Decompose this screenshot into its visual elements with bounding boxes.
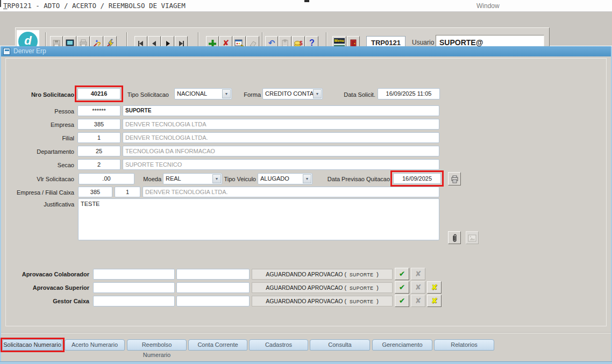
- tab-conta-corrente[interactable]: Conta Corrente: [188, 339, 247, 351]
- window-frame: [0, 361, 612, 364]
- window-frame: [0, 46, 1, 364]
- tipo-solicitacao-label: Tipo Solicitacao: [127, 89, 169, 100]
- tipo-veiculo-value: ALUGADO: [260, 174, 289, 184]
- approve-colaborador-button[interactable]: ✔: [395, 268, 409, 280]
- empresa-filial-caixa-label: Empresa / Filial Caixa: [17, 187, 74, 198]
- gestor-caixa-user-field[interactable]: [93, 296, 175, 306]
- annotation-tab-solicitacao: [1, 338, 65, 352]
- forma-label: Forma: [244, 89, 261, 100]
- tab-consulta[interactable]: Consulta: [310, 339, 370, 351]
- departamento-label: Departamento: [37, 146, 74, 157]
- reject-gestor-button[interactable]: ✘: [411, 295, 425, 307]
- tab-acerto-numerario[interactable]: Acerto Numerario: [65, 339, 125, 351]
- vlr-solicitacao-label: Vlr Solicitacao: [37, 174, 74, 184]
- cross-icon: ✘: [415, 283, 422, 291]
- justificativa-label: Justificativa: [44, 199, 74, 210]
- moeda-label: Moeda: [143, 174, 161, 184]
- tipo-solicitacao-dropdown[interactable]: NACIONAL ▼: [174, 88, 232, 99]
- aprovacao-superior-date-field[interactable]: [176, 282, 250, 293]
- data-solicit-field[interactable]: 16/09/2025 11:05: [378, 88, 440, 99]
- svg-text:$: $: [300, 40, 303, 46]
- application-window: TRP0121 - ADTO / ACERTO / REEMBOLSO DE V…: [0, 0, 612, 364]
- annotation-nro-solicitacao: [75, 85, 123, 102]
- reject-superior-button[interactable]: ✘: [411, 281, 425, 294]
- aprovacao-colaborador-user-field[interactable]: [93, 269, 175, 280]
- menu-window[interactable]: Window: [476, 2, 500, 10]
- pessoa-code-field[interactable]: ******: [77, 105, 120, 116]
- tab-cadastros[interactable]: Cadastros: [249, 339, 308, 351]
- approve-gestor-button[interactable]: ✔: [395, 295, 409, 307]
- filial-caixa-field[interactable]: 1: [115, 187, 140, 197]
- pessoa-descr-field: SUPORTE: [123, 105, 439, 116]
- filial-code-field[interactable]: 1: [77, 132, 120, 143]
- cancel-gestor-button[interactable]: ✘: [427, 295, 442, 307]
- tab-gerenciamento[interactable]: Gerenciamento: [372, 339, 432, 351]
- separator-groove: [1, 332, 611, 333]
- secao-descr-field: SUPORTE TECNICO: [123, 159, 439, 170]
- user-label: Usuario: [412, 39, 434, 46]
- empresa-descr-field: DENVER TECNOLOGIA LTDA: [123, 119, 439, 130]
- aprovacao-superior-user-field[interactable]: [93, 282, 175, 293]
- filial-label: Filial: [62, 133, 74, 144]
- empresa-label: Empresa: [51, 119, 74, 130]
- chevron-down-icon[interactable]: ▼: [212, 174, 221, 183]
- check-icon: ✔: [399, 269, 405, 278]
- departamento-code-field[interactable]: 25: [77, 146, 120, 156]
- print-request-button[interactable]: [448, 172, 461, 185]
- pessoa-label: Pessoa: [54, 106, 74, 117]
- cancel-superior-button[interactable]: ✘: [427, 281, 442, 294]
- edge-artifact: [0, 0, 1, 7]
- menu-icon: Menu: [334, 38, 345, 44]
- aprovacao-colaborador-label: Aprovacao Colaborador: [22, 269, 89, 280]
- justificativa-textarea[interactable]: TESTE: [78, 198, 439, 240]
- empresa-code-field[interactable]: 385: [77, 119, 120, 130]
- data-solicit-label: Data Solicit.: [344, 89, 375, 100]
- cross-icon: ✘: [415, 296, 422, 305]
- check-icon: ✔: [399, 296, 405, 305]
- mdi-titlebar: Denver Erp: [1, 46, 611, 56]
- aprovacao-colaborador-status: AGUARDANDO APROVACAO (SUPORTE): [252, 269, 393, 280]
- toolbar: d ?: [0, 12, 612, 46]
- secao-code-field[interactable]: 2: [77, 159, 120, 170]
- window-title: TRP0121 - ADTO / ACERTO / REEMBOLSO DE V…: [3, 2, 186, 10]
- print-icon: [451, 175, 459, 183]
- tipo-veiculo-dropdown[interactable]: ALUGADO ▼: [258, 173, 312, 184]
- forma-value: CREDITO CONTA: [265, 89, 314, 99]
- paperclip-icon: [451, 234, 458, 242]
- empresa-filial-caixa-descr-field: DENVER TECNOLOGIA LTDA.: [143, 187, 439, 197]
- tab-reembolso-numerario[interactable]: Reembolso Numerario: [127, 339, 187, 351]
- moeda-value: REAL: [166, 174, 181, 184]
- empresa-caixa-field[interactable]: 385: [78, 187, 112, 197]
- moeda-dropdown[interactable]: REAL ▼: [163, 173, 222, 184]
- gestor-caixa-label: Gestor Caixa: [53, 296, 89, 306]
- mdi-window-title: Denver Erp: [13, 47, 46, 55]
- image-icon: [468, 234, 476, 242]
- cross-icon: ✘: [415, 269, 422, 278]
- chevron-down-icon[interactable]: ▼: [303, 174, 311, 183]
- tipo-veiculo-label: Tipo Veiculo: [224, 174, 256, 184]
- secao-label: Secao: [58, 160, 74, 170]
- reject-colaborador-button[interactable]: ✘: [411, 268, 425, 280]
- aprovacao-colaborador-date-field[interactable]: [176, 269, 250, 280]
- approve-superior-button[interactable]: ✔: [395, 281, 409, 294]
- nro-solicitacao-label: Nro Solicitacao: [31, 89, 74, 100]
- departamento-descr-field: TECNOLOGIA DA INFORMACAO: [123, 146, 439, 156]
- check-icon: ✔: [399, 283, 405, 291]
- yellow-cross-icon: ✘: [431, 296, 438, 305]
- image-button[interactable]: [466, 231, 479, 244]
- chevron-down-icon[interactable]: ▼: [313, 89, 322, 98]
- window-grip-artifact: [304, 0, 309, 2]
- gestor-caixa-date-field[interactable]: [176, 296, 250, 306]
- filial-descr-field: DENVER TECNOLOGIA LTDA.: [123, 132, 439, 143]
- tab-relatorios[interactable]: Relatorios: [434, 339, 494, 351]
- attachment-button[interactable]: [448, 231, 461, 244]
- aprovacao-superior-label: Aprovacao Superior: [33, 282, 89, 293]
- mdi-window-icon: [3, 48, 10, 55]
- yellow-cross-icon: ✘: [431, 283, 438, 291]
- forma-dropdown[interactable]: CREDITO CONTA ▼: [262, 88, 323, 99]
- chevron-down-icon[interactable]: ▼: [222, 89, 231, 98]
- vlr-solicitacao-field[interactable]: .00: [79, 173, 134, 184]
- aprovacao-superior-status: AGUARDANDO APROVACAO (SUPORTE): [252, 282, 393, 293]
- gestor-caixa-status: AGUARDANDO APROVACAO (SUPORTE): [252, 296, 393, 306]
- data-previsao-quitacao-label: Data Previsao Quitacao: [328, 174, 390, 184]
